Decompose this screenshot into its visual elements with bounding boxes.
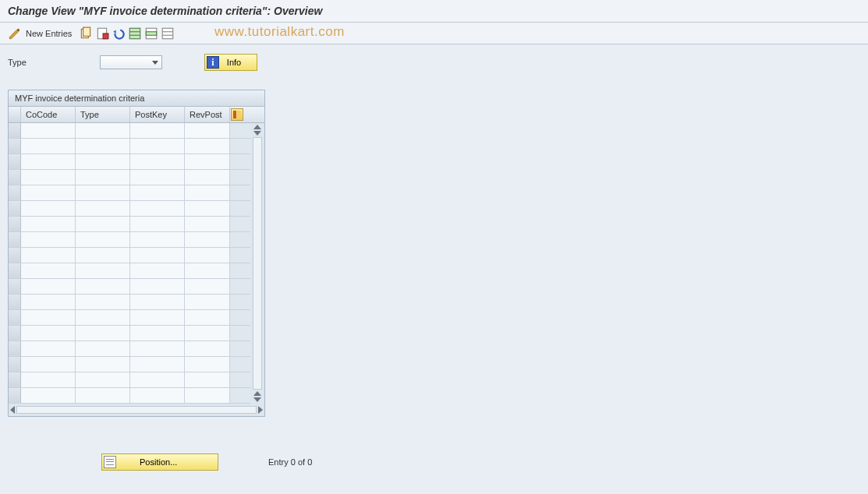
cell-cocode[interactable] bbox=[21, 139, 76, 153]
cell-type[interactable] bbox=[76, 310, 130, 325]
cell-cocode[interactable] bbox=[21, 326, 76, 341]
row-selector-header[interactable] bbox=[9, 107, 21, 122]
cell-postkey[interactable] bbox=[130, 357, 185, 372]
scroll-left-icon[interactable] bbox=[10, 406, 15, 414]
cell-postkey[interactable] bbox=[130, 185, 185, 200]
cell-type[interactable] bbox=[76, 341, 130, 356]
row-selector[interactable] bbox=[9, 185, 21, 200]
row-selector[interactable] bbox=[9, 310, 21, 325]
column-header-postkey[interactable]: PostKey bbox=[130, 107, 185, 122]
undo-icon[interactable] bbox=[112, 26, 126, 41]
table-row[interactable] bbox=[9, 139, 250, 154]
cell-revpost[interactable] bbox=[185, 154, 230, 169]
cell-revpost[interactable] bbox=[185, 139, 230, 153]
cell-revpost[interactable] bbox=[185, 372, 230, 387]
cell-type[interactable] bbox=[76, 232, 130, 247]
cell-type[interactable] bbox=[76, 372, 130, 387]
cell-type[interactable] bbox=[76, 123, 130, 138]
horizontal-scrollbar[interactable] bbox=[9, 404, 264, 416]
cell-revpost[interactable] bbox=[185, 295, 230, 309]
table-row[interactable] bbox=[9, 248, 250, 263]
cell-cocode[interactable] bbox=[21, 357, 76, 372]
cell-cocode[interactable] bbox=[21, 341, 76, 356]
scroll-track[interactable] bbox=[253, 137, 262, 390]
cell-cocode[interactable] bbox=[21, 123, 76, 138]
type-dropdown[interactable] bbox=[100, 55, 162, 69]
table-row[interactable] bbox=[9, 357, 250, 372]
row-selector[interactable] bbox=[9, 154, 21, 169]
cell-type[interactable] bbox=[76, 263, 130, 278]
row-selector[interactable] bbox=[9, 263, 21, 278]
cell-cocode[interactable] bbox=[21, 310, 76, 325]
cell-cocode[interactable] bbox=[21, 201, 76, 216]
row-selector[interactable] bbox=[9, 123, 21, 138]
scroll-down-icon[interactable] bbox=[253, 131, 261, 136]
deselect-all-icon[interactable] bbox=[161, 26, 175, 41]
table-row[interactable] bbox=[9, 201, 250, 217]
delete-icon[interactable] bbox=[95, 26, 109, 41]
cell-postkey[interactable] bbox=[130, 217, 185, 231]
cell-revpost[interactable] bbox=[185, 279, 230, 294]
table-row[interactable] bbox=[9, 185, 250, 201]
cell-postkey[interactable] bbox=[130, 170, 185, 185]
info-button[interactable]: i Info bbox=[204, 54, 257, 71]
row-selector[interactable] bbox=[9, 217, 21, 231]
table-row[interactable] bbox=[9, 170, 250, 185]
table-row[interactable] bbox=[9, 326, 250, 341]
position-button[interactable]: Position... bbox=[101, 453, 218, 471]
column-header-type[interactable]: Type bbox=[76, 107, 130, 122]
row-selector[interactable] bbox=[9, 232, 21, 247]
cell-postkey[interactable] bbox=[130, 154, 185, 169]
cell-revpost[interactable] bbox=[185, 357, 230, 372]
cell-cocode[interactable] bbox=[21, 217, 76, 231]
cell-cocode[interactable] bbox=[21, 279, 76, 294]
column-header-cocode[interactable]: CoCode bbox=[21, 107, 76, 122]
cell-revpost[interactable] bbox=[185, 263, 230, 278]
cell-cocode[interactable] bbox=[21, 295, 76, 309]
cell-type[interactable] bbox=[76, 217, 130, 231]
cell-postkey[interactable] bbox=[130, 279, 185, 294]
row-selector[interactable] bbox=[9, 295, 21, 309]
cell-postkey[interactable] bbox=[130, 139, 185, 153]
table-row[interactable] bbox=[9, 295, 250, 310]
cell-postkey[interactable] bbox=[130, 295, 185, 309]
row-selector[interactable] bbox=[9, 341, 21, 356]
cell-type[interactable] bbox=[76, 154, 130, 169]
vertical-scrollbar[interactable] bbox=[250, 123, 264, 404]
table-row[interactable] bbox=[9, 217, 250, 232]
table-row[interactable] bbox=[9, 154, 250, 170]
cell-cocode[interactable] bbox=[21, 388, 76, 403]
cell-postkey[interactable] bbox=[130, 201, 185, 216]
toggle-display-change-icon[interactable] bbox=[8, 26, 22, 41]
table-row[interactable] bbox=[9, 341, 250, 357]
cell-revpost[interactable] bbox=[185, 217, 230, 231]
cell-postkey[interactable] bbox=[130, 372, 185, 387]
cell-revpost[interactable] bbox=[185, 232, 230, 247]
row-selector[interactable] bbox=[9, 357, 21, 372]
scroll-up-icon[interactable] bbox=[253, 125, 261, 129]
table-row[interactable] bbox=[9, 310, 250, 326]
cell-postkey[interactable] bbox=[130, 123, 185, 138]
table-row[interactable] bbox=[9, 263, 250, 279]
cell-type[interactable] bbox=[76, 248, 130, 263]
cell-postkey[interactable] bbox=[130, 263, 185, 278]
scroll-up-icon[interactable] bbox=[253, 391, 261, 396]
select-block-icon[interactable] bbox=[144, 26, 158, 41]
cell-cocode[interactable] bbox=[21, 185, 76, 200]
cell-revpost[interactable] bbox=[185, 123, 230, 138]
row-selector[interactable] bbox=[9, 248, 21, 263]
cell-type[interactable] bbox=[76, 170, 130, 185]
cell-type[interactable] bbox=[76, 326, 130, 341]
select-all-icon[interactable] bbox=[128, 26, 142, 41]
table-row[interactable] bbox=[9, 279, 250, 295]
copy-icon[interactable] bbox=[79, 26, 93, 41]
row-selector[interactable] bbox=[9, 326, 21, 341]
cell-cocode[interactable] bbox=[21, 372, 76, 387]
cell-revpost[interactable] bbox=[185, 388, 230, 403]
cell-postkey[interactable] bbox=[130, 248, 185, 263]
row-selector[interactable] bbox=[9, 372, 21, 387]
cell-revpost[interactable] bbox=[185, 310, 230, 325]
cell-cocode[interactable] bbox=[21, 154, 76, 169]
cell-revpost[interactable] bbox=[185, 201, 230, 216]
cell-type[interactable] bbox=[76, 357, 130, 372]
